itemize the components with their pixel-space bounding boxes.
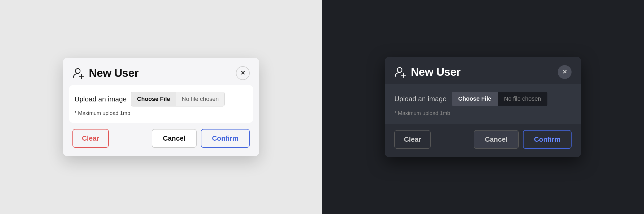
dark-modal-header: New User ✕ [385, 57, 581, 84]
light-no-file-text: No file chosen [176, 92, 224, 106]
dark-clear-button[interactable]: Clear [394, 130, 431, 149]
light-upload-label: Upload an image [75, 95, 127, 103]
light-close-button[interactable]: ✕ [236, 66, 250, 80]
dark-upload-label: Upload an image [394, 95, 447, 103]
dark-file-input-wrapper: Choose File No file chosen [452, 92, 547, 106]
light-upload-row: Upload an image Choose File No file chos… [75, 92, 248, 106]
light-max-upload-note: * Maximum upload 1mb [75, 110, 248, 116]
light-file-input-wrapper: Choose File No file chosen [131, 92, 225, 106]
dark-modal-footer: Clear Cancel Confirm [385, 124, 581, 157]
dark-modal-body: Upload an image Choose File No file chos… [385, 84, 581, 124]
light-modal-body: Upload an image Choose File No file chos… [69, 85, 253, 123]
svg-point-0 [75, 69, 80, 73]
light-modal: New User ✕ Upload an image Choose File N… [63, 58, 259, 156]
dark-panel: New User ✕ Upload an image Choose File N… [322, 0, 644, 214]
svg-point-3 [397, 68, 402, 72]
dark-modal: New User ✕ Upload an image Choose File N… [385, 57, 581, 157]
dark-choose-file-button[interactable]: Choose File [452, 92, 498, 106]
light-choose-file-button[interactable]: Choose File [131, 92, 176, 106]
light-modal-title: New User [89, 67, 139, 79]
light-modal-header: New User ✕ [63, 58, 259, 85]
dark-cancel-button[interactable]: Cancel [474, 130, 518, 149]
light-panel: New User ✕ Upload an image Choose File N… [0, 0, 322, 214]
dark-confirm-button[interactable]: Confirm [523, 130, 572, 149]
light-cancel-button[interactable]: Cancel [152, 129, 197, 148]
dark-max-upload-note: * Maximum upload 1mb [394, 110, 572, 116]
dark-upload-row: Upload an image Choose File No file chos… [394, 92, 572, 106]
dark-user-add-icon [394, 66, 407, 78]
dark-modal-title: New User [411, 66, 460, 78]
light-confirm-button[interactable]: Confirm [201, 129, 250, 148]
light-clear-button[interactable]: Clear [72, 129, 109, 148]
light-modal-footer: Clear Cancel Confirm [63, 123, 259, 156]
user-add-icon [72, 67, 85, 79]
dark-close-button[interactable]: ✕ [558, 65, 572, 79]
dark-no-file-text: No file chosen [498, 92, 547, 106]
